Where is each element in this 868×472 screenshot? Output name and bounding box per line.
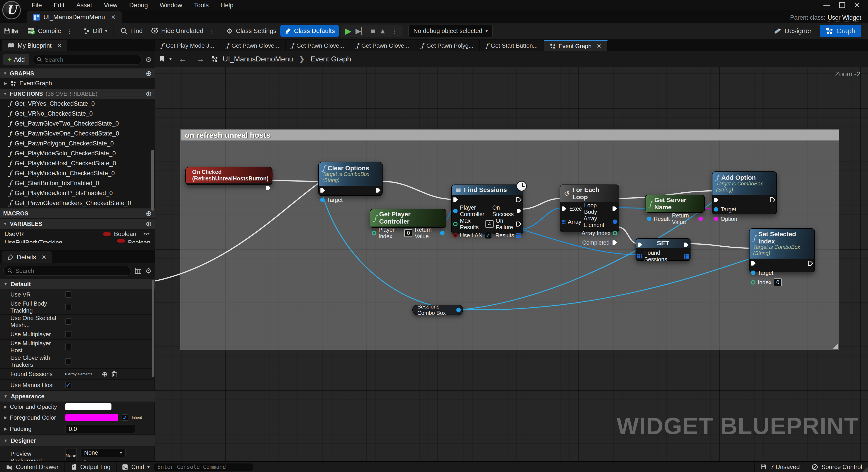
tab-get-pawn-glove-3[interactable]: ƒGet Pawn Glove... [350, 40, 415, 51]
use-multiplayer-checkbox[interactable] [65, 331, 71, 337]
blueprint-scrollbar[interactable] [151, 150, 154, 211]
combo-box-out-pin[interactable] [456, 308, 461, 312]
results-array-pin[interactable] [517, 233, 521, 238]
parent-class-link[interactable]: User Widget [828, 14, 861, 22]
exec-out-pin[interactable] [265, 185, 271, 191]
collapse-triangle-icon[interactable]: ▼ [3, 92, 7, 96]
return-value-pin[interactable] [699, 216, 703, 221]
details-scrollbar[interactable] [152, 280, 154, 377]
collapse-triangle-icon[interactable]: ▼ [3, 71, 7, 76]
color-opacity-swatch[interactable] [65, 403, 112, 410]
resize-grip[interactable] [863, 467, 868, 472]
tab-get-pawn-polygon[interactable]: ƒGet Pawn Polyg... [415, 40, 479, 51]
max-results-value[interactable]: 4 [486, 220, 494, 228]
function-item[interactable]: ƒGet_StartButton_bIsEnabled_0 [0, 178, 155, 188]
asset-tab-close-icon[interactable]: ✕ [111, 14, 116, 21]
expand-triangle-icon[interactable]: ▶ [4, 81, 7, 86]
add-array-element-icon[interactable]: ⊕ [102, 370, 107, 378]
variable-row-usevr[interactable]: UseVR Boolean [0, 229, 155, 239]
add-macro-icon[interactable]: ⊕ [146, 209, 152, 218]
hide-unrelated-options-icon[interactable]: ⋮ [208, 27, 217, 35]
unsaved-button[interactable]: * 7 Unsaved [754, 462, 806, 472]
node-on-clicked[interactable]: On Clicked (RefreshUnrealHostsButton) [185, 167, 273, 185]
menu-help[interactable]: Help [215, 0, 239, 10]
nav-back-icon[interactable]: ← [176, 54, 189, 64]
tab-get-pawn-glove-2[interactable]: ƒGet Pawn Glove... [285, 40, 350, 51]
exec-out-pin[interactable] [375, 188, 381, 193]
cmd-selector[interactable]: Cmd ▾ [122, 462, 150, 472]
add-variable-icon[interactable]: ⊕ [146, 220, 152, 228]
blueprint-settings-gear-icon[interactable]: ⚙ [145, 55, 152, 64]
event-graph-item[interactable]: ▶ EventGraph [0, 78, 155, 88]
preview-background-thumbnail[interactable]: None [65, 448, 77, 461]
target-pin[interactable] [751, 271, 755, 275]
use-full-body-tracking-checkbox[interactable] [65, 304, 71, 310]
exec-in-pin[interactable] [750, 260, 756, 266]
tab-event-graph[interactable]: Event Graph ✕ [544, 40, 608, 51]
bookmark-icon[interactable] [159, 56, 165, 62]
save-icon[interactable] [3, 27, 11, 35]
find-button[interactable]: Find [116, 25, 147, 37]
function-item[interactable]: ƒGet_PawnGloveTwo_CheckedState_0 [0, 119, 155, 129]
exec-out-pin[interactable] [683, 242, 689, 248]
exec-in-pin[interactable] [453, 197, 459, 203]
use-one-skeletal-mesh-checkbox[interactable] [65, 318, 71, 325]
variables-section-header[interactable]: ▼ VARIABLES ⊕ [0, 219, 155, 229]
add-button[interactable]: + Add [3, 54, 29, 65]
exec-in-pin[interactable] [561, 206, 567, 212]
use-multiplayer-host-checkbox[interactable] [65, 344, 71, 350]
breadcrumb-page[interactable]: Event Graph [310, 55, 351, 63]
array-pin[interactable] [562, 219, 565, 224]
exec-in-pin[interactable] [320, 188, 326, 193]
preview-background-dropdown[interactable]: None ▾ [81, 448, 126, 457]
result-pin[interactable] [647, 216, 651, 221]
use-selected-asset-icon[interactable]: ↺ [81, 459, 86, 461]
function-item[interactable]: ƒGet_PlayModeHost_CheckedState_0 [0, 158, 155, 168]
target-pin[interactable] [714, 207, 718, 212]
graph-button[interactable]: Graph [820, 25, 861, 37]
menu-debug[interactable]: Debug [124, 0, 153, 10]
details-search[interactable] [3, 266, 131, 276]
target-pin[interactable] [320, 198, 325, 202]
default-section-header[interactable]: ▼ Default [0, 279, 155, 289]
on-success-pin[interactable] [516, 208, 522, 214]
details-tab[interactable]: Details ✕ [2, 251, 52, 263]
console-command-box[interactable] [154, 463, 253, 471]
on-failure-pin[interactable] [516, 221, 522, 227]
function-item[interactable]: ƒGet_PlayModeSolo_CheckedState_0 [0, 148, 155, 158]
node-get-player-controller[interactable]: ƒ Get Player Controller Player Index 0 R… [370, 209, 446, 228]
class-settings-button[interactable]: ⚙ Class Settings [222, 25, 281, 37]
node-add-option[interactable]: ƒ Add Option Target is ComboBox (String)… [712, 171, 777, 214]
expand-triangle-icon[interactable]: ▶ [4, 404, 7, 409]
menu-edit[interactable]: Edit [49, 0, 69, 10]
minimize-icon[interactable]: — [824, 1, 830, 9]
function-item[interactable]: ƒGet_PawnGloveOne_CheckedState_0 [0, 129, 155, 138]
exec-out-pin[interactable] [516, 197, 522, 203]
function-item[interactable]: ƒGet_PlayModeJoin_CheckedState_0 [0, 168, 155, 178]
loop-body-pin[interactable] [612, 206, 618, 212]
node-clear-options[interactable]: ƒ Clear Options Target is ComboBox (Stri… [318, 162, 382, 196]
index-pin[interactable] [751, 280, 755, 284]
details-tab-close-icon[interactable]: ✕ [41, 254, 46, 261]
browse-asset-icon[interactable] [11, 27, 19, 35]
exec-in-pin[interactable] [637, 242, 643, 248]
node-sessions-combo-box[interactable]: Sessions Combo Box [412, 305, 463, 315]
macros-section-header[interactable]: MACROS ⊕ [0, 208, 155, 218]
display-filter-icon[interactable] [135, 267, 142, 274]
array-element-pin[interactable] [613, 220, 617, 224]
appearance-section-header[interactable]: ▼ Appearance [0, 391, 155, 402]
source-control-button[interactable]: Source Control [806, 462, 868, 472]
details-settings-gear-icon[interactable]: ⚙ [145, 267, 152, 275]
class-defaults-button[interactable]: Class Defaults [280, 25, 339, 37]
array-index-pin[interactable] [613, 231, 617, 235]
use-glove-with-trackers-checkbox[interactable] [65, 358, 71, 365]
variable-row-partial[interactable]: UseFullBodyTracking Boolean [0, 239, 155, 243]
node-find-sessions[interactable]: Find Sessions Player Controller On Succe… [451, 184, 523, 234]
tab-get-start-button[interactable]: ƒGet Start Button... [480, 40, 544, 51]
foreground-color-swatch[interactable] [65, 414, 118, 421]
frame-skip-icon[interactable]: ▶▏ [355, 27, 367, 35]
trash-icon[interactable] [111, 371, 117, 378]
add-graph-icon[interactable]: ⊕ [146, 69, 152, 78]
exec-out-pin[interactable] [808, 260, 813, 266]
event-graph-canvas[interactable]: ▾ ← → UI_ManusDemoMenu ❯ Event Graph Zoo… [155, 51, 868, 461]
